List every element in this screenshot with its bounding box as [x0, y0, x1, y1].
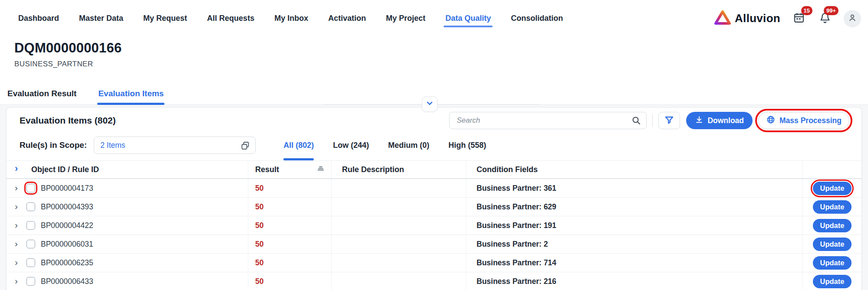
filter-icon [664, 115, 674, 127]
nav-master-data[interactable]: Master Data [78, 12, 124, 27]
cell-action: Update [802, 179, 861, 197]
page-header: DQM0000000166 BUSINESS_PARTNER Evaluatio… [0, 33, 868, 105]
top-bar-right: Alluvion 15 99+ [714, 10, 861, 30]
expand-row-icon[interactable]: › [15, 220, 21, 229]
row-checkbox[interactable] [26, 240, 35, 248]
main-nav: Dashboard Master Data My Request All Req… [17, 12, 564, 27]
condition-text: Business Partner: 191 [477, 221, 556, 230]
alluvion-logo-icon [714, 10, 731, 27]
table-row: › BP0000006031 50 Business Partner: 2 Up… [7, 235, 861, 254]
row-checkbox[interactable] [26, 184, 35, 192]
update-button[interactable]: Update [813, 238, 852, 251]
cell-object-id: › BP0000006433 [7, 272, 248, 290]
download-button[interactable]: Download [686, 112, 753, 129]
result-value: 50 [255, 202, 263, 212]
nav-my-request[interactable]: My Request [142, 12, 188, 27]
cell-action: Update [802, 272, 861, 290]
cell-rule-description [331, 254, 466, 272]
mass-processing-icon [766, 115, 776, 127]
cell-result: 50 [248, 216, 331, 235]
table-header: › Object ID / Rule ID Result Rule Descri… [7, 160, 861, 179]
nav-data-quality[interactable]: Data Quality [444, 12, 492, 27]
value-help-icon[interactable] [240, 140, 250, 153]
tab-evaluation-items[interactable]: Evaluation Items [97, 89, 164, 104]
update-button[interactable]: Update [813, 256, 852, 270]
nav-my-inbox[interactable]: My Inbox [273, 12, 309, 27]
update-button[interactable]: Update [813, 219, 852, 232]
nav-activation[interactable]: Activation [327, 12, 367, 27]
tab-evaluation-result[interactable]: Evaluation Result [7, 89, 77, 104]
download-label: Download [707, 116, 744, 125]
result-value: 50 [255, 277, 263, 286]
collapse-header-button[interactable] [422, 96, 437, 112]
expand-row-icon[interactable]: › [15, 257, 21, 267]
expand-row-icon[interactable]: › [15, 183, 21, 192]
severity-tab-all[interactable]: All (802) [283, 130, 314, 160]
cell-condition-fields: Business Partner: 361 [466, 179, 802, 197]
severity-tab-high[interactable]: High (558) [448, 130, 486, 160]
filter-button[interactable] [658, 112, 680, 129]
cell-condition-fields: Business Partner: 191 [466, 216, 802, 235]
result-value: 50 [255, 184, 263, 193]
calendar-badge: 15 [801, 6, 812, 15]
mass-processing-button[interactable]: Mass Processing [758, 112, 849, 129]
notifications-button[interactable]: 99+ [818, 11, 832, 26]
column-label-object-id: Object ID / Rule ID [31, 165, 99, 174]
user-avatar[interactable] [844, 10, 861, 27]
search-icon[interactable] [631, 115, 641, 127]
nav-dashboard[interactable]: Dashboard [17, 12, 60, 27]
header-rule-description: Rule Description [331, 161, 466, 178]
expand-row-icon[interactable]: › [15, 202, 21, 211]
download-icon [695, 115, 704, 126]
nav-all-requests[interactable]: All Requests [206, 12, 255, 27]
cell-rule-description [331, 179, 466, 197]
expand-row-icon[interactable]: › [15, 276, 21, 285]
cell-object-id: › BP0000004173 [7, 179, 248, 197]
row-checkbox[interactable] [26, 221, 35, 230]
rules-in-scope-value: 2 Items [100, 141, 125, 150]
severity-tab-medium[interactable]: Medium (0) [388, 130, 429, 160]
search-input[interactable] [449, 112, 647, 129]
nav-my-project[interactable]: My Project [385, 12, 426, 27]
row-checkbox[interactable] [26, 202, 35, 211]
result-value: 50 [255, 258, 263, 267]
sort-icon[interactable] [316, 164, 325, 175]
condition-text: Business Partner: 2 [477, 240, 548, 249]
nav-consolidation[interactable]: Consolidation [510, 12, 564, 27]
evaluation-items-panel: Evaluation Items (802) [6, 107, 862, 290]
cell-rule-description [331, 216, 466, 235]
mass-processing-label: Mass Processing [779, 116, 842, 125]
cell-action: Update [802, 235, 861, 253]
cell-condition-fields: Business Partner: 216 [466, 272, 802, 290]
cell-result: 50 [248, 198, 331, 216]
cell-result: 50 [248, 272, 331, 290]
panel-heading: Evaluation Items (802) [20, 115, 116, 126]
result-value: 50 [255, 221, 263, 230]
table-row: › BP0000004393 50 Business Partner: 629 … [7, 198, 861, 216]
toolbar-divider [652, 114, 653, 127]
expand-all-icon[interactable]: › [15, 164, 21, 173]
object-id-text: BP0000004173 [41, 184, 93, 193]
brand-name: Alluvion [735, 12, 780, 25]
update-button[interactable]: Update [813, 275, 852, 288]
update-button[interactable]: Update [813, 200, 852, 214]
expand-row-icon[interactable]: › [15, 239, 21, 248]
cell-object-id: › BP0000006235 [7, 254, 248, 272]
rules-in-scope-input[interactable]: 2 Items [94, 137, 256, 154]
row-checkbox[interactable] [26, 277, 35, 286]
column-label-result: Result [255, 165, 279, 174]
severity-tab-low[interactable]: Low (244) [333, 130, 369, 160]
update-button[interactable]: Update [813, 182, 852, 195]
header-condition-fields: Condition Fields [466, 161, 802, 178]
column-label-rule-description: Rule Description [342, 165, 404, 174]
cell-rule-description [331, 235, 466, 253]
object-id-text: BP0000004422 [41, 221, 93, 230]
notifications-badge: 99+ [824, 6, 838, 15]
calendar-button[interactable]: 15 [792, 11, 806, 26]
row-checkbox[interactable] [26, 258, 35, 267]
cell-object-id: › BP0000004422 [7, 216, 248, 235]
cell-condition-fields: Business Partner: 629 [466, 198, 802, 216]
object-id-text: BP0000006235 [41, 258, 93, 267]
cell-action: Update [802, 198, 861, 216]
search-box [449, 112, 647, 129]
